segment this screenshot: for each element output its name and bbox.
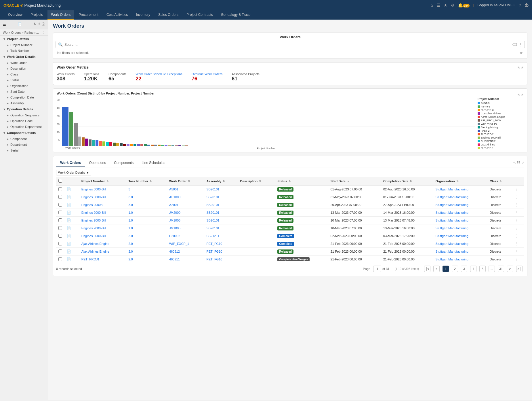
sidebar-item-operation-code[interactable]: ►Operation Code (0, 118, 48, 124)
settings-icon[interactable]: ⚙ (451, 3, 455, 7)
bar-34[interactable] (185, 145, 188, 146)
bar-22[interactable] (144, 144, 147, 146)
table-expand-icon[interactable]: ⤡ (513, 161, 516, 165)
project-number-link[interactable]: Engines 2000-Bill (81, 219, 106, 222)
bar-29[interactable] (168, 145, 171, 146)
bar-25[interactable] (154, 145, 157, 146)
header-class[interactable]: Class ⇅ (487, 177, 512, 185)
expand-icon-2[interactable]: ⤢ (521, 66, 524, 69)
organization-link[interactable]: Stuttgart Manufacturing (435, 250, 468, 253)
bar-33[interactable] (182, 145, 185, 146)
nav-genealogy-trace[interactable]: Genealogy & Trace (218, 10, 254, 20)
sidebar-info-icon[interactable]: ⓘ (42, 22, 45, 27)
search-input[interactable] (64, 43, 510, 47)
task-number-link[interactable]: 3.0 (128, 203, 133, 207)
sidebar-item-assembly[interactable]: ►Assembly (0, 100, 48, 106)
bar-12[interactable] (109, 142, 112, 146)
row-more-icon[interactable]: ⋮ (514, 210, 518, 215)
work-order-link[interactable]: WIP_EXCP_1 (169, 242, 189, 245)
work-order-link[interactable]: AE1000 (169, 195, 180, 199)
document-icon[interactable]: 📄 (67, 195, 71, 199)
row-checkbox[interactable] (58, 226, 62, 230)
organization-link[interactable]: Stuttgart Manufacturing (435, 234, 468, 238)
row-more-icon[interactable]: ⋮ (514, 241, 518, 246)
header-organization[interactable]: Organization ⇅ (433, 177, 487, 185)
page-31-button[interactable]: 31 (498, 266, 504, 272)
bar-4[interactable] (82, 137, 85, 146)
header-project-number[interactable]: Project Number ⇅ (79, 177, 126, 185)
organization-link[interactable]: Stuttgart Manufacturing (435, 188, 468, 191)
sidebar-more-icon[interactable]: ⋮ (42, 31, 45, 34)
page-1-button[interactable]: 1 (443, 266, 449, 272)
page-4-button[interactable]: 4 (470, 266, 476, 272)
task-number-link[interactable]: 3.0 (128, 234, 133, 238)
last-page-button[interactable]: >⎮ (516, 266, 523, 272)
bar-engines-5000[interactable] (62, 107, 68, 146)
bar-20[interactable] (137, 144, 140, 146)
sidebar-hamburger-icon[interactable]: ☰ (3, 22, 6, 27)
project-number-link[interactable]: Engines 5000-Bill (81, 188, 106, 191)
bar-23[interactable] (147, 145, 150, 146)
tab-operations[interactable]: Operations (85, 159, 110, 167)
document-icon[interactable]: 📄 (67, 226, 71, 230)
next-page-button[interactable]: > (507, 266, 513, 272)
project-number-link[interactable]: Engines 2000-Bill (81, 211, 106, 214)
row-more-icon[interactable]: ⋮ (514, 226, 518, 230)
page-3-button[interactable]: 3 (461, 266, 467, 272)
work-order-link[interactable]: JM1005 (169, 226, 180, 230)
notifications-icon[interactable]: 🔔38+ (458, 3, 470, 7)
row-more-icon[interactable]: ⋮ (514, 249, 518, 254)
nav-procurement[interactable]: Procurement (75, 10, 102, 20)
document-icon[interactable]: 📄 (67, 211, 71, 215)
bar-14[interactable] (116, 143, 119, 146)
nav-inventory[interactable]: Inventory (133, 10, 154, 20)
bar-27[interactable] (161, 145, 164, 146)
header-start-date[interactable]: Start Date ▼ (328, 177, 381, 185)
tab-line-schedules[interactable]: Line Schedules (138, 159, 169, 167)
bar-17[interactable] (127, 144, 129, 146)
row-checkbox[interactable] (58, 218, 62, 222)
bar-air-vpm[interactable] (69, 112, 73, 146)
expand-icon[interactable]: ⤡ (517, 66, 520, 69)
document-icon[interactable]: 📄 (67, 203, 71, 207)
sidebar-item-work-order[interactable]: ►Work Order (0, 60, 48, 66)
work-order-link[interactable]: 460911 (169, 258, 180, 261)
table-more-icon[interactable]: ⤢ (521, 161, 524, 165)
sidebar-item-class[interactable]: ►Class (0, 71, 48, 77)
document-icon[interactable]: 📄 (67, 218, 71, 222)
sidebar-section-header-project-details[interactable]: ▼ Project Details (0, 36, 48, 42)
sidebar-refresh-icon[interactable]: ↻ (34, 22, 37, 27)
organization-link[interactable]: Stuttgart Manufacturing (435, 242, 468, 245)
bar-15[interactable] (120, 143, 123, 146)
project-number-link[interactable]: Engines 2000-Bill (81, 226, 106, 230)
work-order-link[interactable]: A5001 (169, 188, 178, 191)
bar-19[interactable] (134, 144, 136, 146)
bar-21[interactable] (140, 144, 143, 146)
prev-page-button[interactable]: < (433, 266, 440, 272)
organization-link[interactable]: Stuttgart Manufacturing (435, 226, 468, 230)
sidebar-share-icon[interactable]: ⇪ (38, 22, 41, 27)
row-checkbox[interactable] (58, 242, 62, 245)
header-assembly[interactable]: Assembly ⇅ (204, 177, 238, 185)
sidebar-item-task-number[interactable]: ►Task Number (0, 48, 48, 54)
nav-sales-orders[interactable]: Sales Orders (155, 10, 182, 20)
sidebar-item-department[interactable]: ►Department (0, 142, 48, 147)
bar-current-5[interactable] (74, 123, 78, 146)
nav-work-orders[interactable]: Work Orders (47, 10, 74, 20)
tab-work-orders[interactable]: Work Orders (56, 159, 85, 167)
select-all-checkbox[interactable] (58, 179, 62, 183)
work-order-link[interactable]: 460912 (169, 250, 180, 253)
bar-6[interactable] (89, 139, 91, 146)
overdue-work-orders-link[interactable]: Overdue Work Orders (192, 72, 222, 76)
document-icon[interactable]: 📄 (67, 257, 71, 261)
nav-projects[interactable]: Projects (27, 10, 46, 20)
schedule-exceptions-link[interactable]: Work Order Schedule Exceptions (136, 72, 182, 76)
sidebar-item-completion-date[interactable]: ►Completion Date (0, 94, 48, 100)
sidebar-item-start-date[interactable]: ►Start Date (0, 89, 48, 94)
search-options-icon[interactable]: ⋮ (519, 43, 522, 47)
bar-7[interactable] (92, 140, 95, 146)
document-icon[interactable]: 📄 (67, 187, 71, 191)
bar-16[interactable] (123, 144, 126, 146)
task-number-link[interactable]: 3 (128, 188, 130, 191)
assembly-link[interactable]: SB21211 (206, 234, 219, 238)
